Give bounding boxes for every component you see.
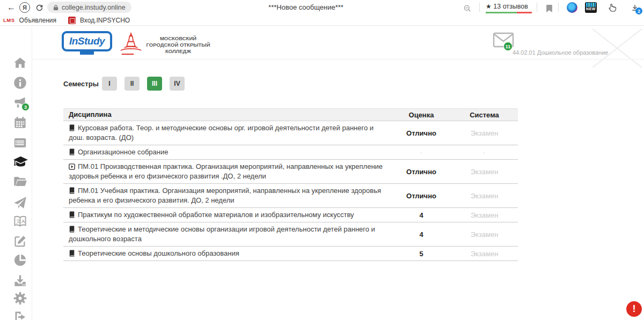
bookmark-announcements[interactable]: Объявления bbox=[19, 17, 56, 24]
new-extension-label: NEW bbox=[585, 7, 597, 11]
back-icon[interactable]: ← bbox=[5, 2, 17, 13]
gear-icon bbox=[13, 291, 27, 306]
home-icon bbox=[13, 56, 27, 70]
table-row[interactable]: Организационное собрание - - bbox=[63, 145, 518, 160]
table-row[interactable]: Теоретические основы дошкольного образов… bbox=[63, 247, 518, 261]
table-row[interactable]: Курсовая работа. Теор. и методические ос… bbox=[63, 121, 518, 145]
table-row[interactable]: ПМ.01 Учебная практика. Организация меро… bbox=[63, 184, 518, 208]
table-header-row: Дисциплина Оценка Система bbox=[63, 108, 518, 121]
semester-3-button[interactable]: III bbox=[147, 77, 162, 91]
sidebar-item-schedule[interactable] bbox=[13, 136, 27, 150]
system-value: Экзамен bbox=[451, 230, 518, 239]
book-icon bbox=[69, 187, 75, 194]
column-discipline: Дисциплина bbox=[63, 110, 392, 120]
book-icon bbox=[69, 124, 75, 131]
sidebar: 3 A文 bbox=[0, 26, 32, 320]
url-text: college.instudy.online bbox=[62, 4, 126, 11]
folder-icon bbox=[13, 174, 27, 189]
bookmark-flag-icon[interactable] bbox=[543, 3, 555, 14]
lms-icon: LMS bbox=[3, 17, 15, 23]
system-value: - bbox=[451, 149, 518, 155]
instudy-monitor-shape: InStudy bbox=[62, 31, 112, 51]
semester-4-button[interactable]: IV bbox=[170, 77, 185, 91]
refresh-icon[interactable] bbox=[33, 2, 45, 13]
table-row[interactable]: Практикум по художественной обработке ма… bbox=[63, 208, 518, 222]
semester-1-button[interactable]: I bbox=[102, 77, 117, 91]
new-extension-art bbox=[586, 3, 596, 7]
extension-circle-icon[interactable] bbox=[567, 2, 577, 13]
mail-button[interactable]: 11 bbox=[493, 32, 516, 50]
graduation-cap-icon bbox=[13, 154, 28, 170]
column-system: Система bbox=[451, 111, 518, 119]
column-grade: Оценка bbox=[392, 111, 451, 119]
exclamation-icon: ! bbox=[633, 303, 636, 315]
lock-icon bbox=[53, 4, 58, 11]
college-tower-icon bbox=[117, 30, 145, 58]
pointer-hand-icon[interactable] bbox=[606, 2, 618, 13]
reviews-star-icon: ★ bbox=[486, 3, 492, 10]
sidebar-item-files[interactable] bbox=[13, 174, 27, 189]
download-badge: 2 bbox=[635, 8, 642, 14]
sidebar-item-grades[interactable] bbox=[13, 154, 27, 169]
system-value: Экзамен bbox=[451, 129, 518, 137]
sidebar-item-home[interactable] bbox=[13, 56, 27, 70]
sidebar-item-settings[interactable] bbox=[13, 291, 27, 306]
discipline-name: Организационное собрание bbox=[78, 148, 168, 156]
info-icon bbox=[13, 76, 27, 90]
reviews-rating-bar bbox=[486, 12, 532, 13]
grade-value: 4 bbox=[392, 211, 451, 219]
grade-value: Отлично bbox=[392, 129, 451, 137]
system-value: Экзамен bbox=[451, 168, 518, 176]
new-extension-icon[interactable]: NEW bbox=[585, 2, 597, 13]
discipline-name: ПМ.01 Производственная практика. Организ… bbox=[69, 162, 383, 180]
svg-text:文: 文 bbox=[16, 219, 21, 224]
book-icon bbox=[69, 250, 75, 257]
system-value: Экзамен bbox=[451, 192, 518, 200]
table-row[interactable]: Теоретические и методические основы орга… bbox=[63, 222, 518, 247]
toolbar-separator bbox=[558, 3, 559, 12]
address-bar[interactable]: college.instudy.online bbox=[47, 2, 131, 13]
list-icon bbox=[13, 136, 27, 150]
bookmarks-bar: LMS Объявления Вход.INPSYCHO bbox=[0, 15, 644, 26]
grade-value: 5 bbox=[392, 250, 451, 258]
download-tray-icon bbox=[13, 273, 27, 288]
semester-2-button[interactable]: II bbox=[125, 77, 140, 91]
book-icon bbox=[69, 211, 75, 218]
sidebar-item-translate[interactable]: A文 bbox=[13, 214, 27, 229]
sidebar-item-info[interactable] bbox=[13, 76, 27, 90]
grade-value: Отлично bbox=[392, 168, 451, 176]
grade-value: 4 bbox=[392, 230, 451, 239]
sidebar-item-announcements[interactable]: 3 bbox=[13, 95, 27, 110]
college-name-line2: ГОРОДСКОЙ ОТКРЫТЫЙ КОЛЛЕДЖ bbox=[142, 42, 215, 55]
alert-button[interactable]: ! bbox=[626, 301, 642, 317]
close-icon[interactable] bbox=[590, 27, 644, 70]
edit-icon bbox=[13, 234, 27, 248]
toolbar-separator bbox=[537, 3, 537, 12]
instudy-logo-text: InStudy bbox=[69, 35, 105, 47]
calendar-icon bbox=[13, 115, 27, 130]
discipline-name: Практикум по художественной обработке ма… bbox=[78, 211, 354, 219]
zoom-out-icon[interactable] bbox=[462, 3, 473, 14]
system-value: Экзамен bbox=[451, 250, 518, 258]
sidebar-item-logout[interactable] bbox=[13, 310, 27, 320]
system-value: Экзамен bbox=[451, 211, 518, 219]
bookmark-inpsycho[interactable]: Вход.INPSYCHO bbox=[80, 17, 130, 24]
reviews-button[interactable]: ★ 13 отзывов bbox=[486, 3, 528, 10]
reviews-label: 13 отзывов bbox=[493, 3, 528, 10]
yandex-icon[interactable]: Я bbox=[19, 2, 30, 13]
translate-icon: A文 bbox=[13, 214, 27, 229]
sidebar-item-calendar[interactable] bbox=[13, 115, 27, 130]
mail-badge: 11 bbox=[503, 42, 513, 51]
sidebar-item-downloads[interactable] bbox=[13, 273, 27, 288]
browser-toolbar: ← Я college.instudy.online ***Новое сооб… bbox=[0, 0, 644, 15]
table-row[interactable]: ПМ.01 Производственная практика. Организ… bbox=[63, 160, 518, 184]
svg-text:A: A bbox=[21, 219, 25, 224]
play-icon bbox=[69, 163, 75, 170]
sidebar-item-statistics[interactable] bbox=[13, 253, 27, 267]
sidebar-item-messages[interactable] bbox=[13, 196, 27, 210]
grade-value: - bbox=[392, 149, 451, 155]
book-icon bbox=[69, 148, 75, 155]
discipline-name: ПМ.01 Учебная практика. Организация меро… bbox=[69, 187, 381, 204]
sidebar-item-edit[interactable] bbox=[13, 234, 27, 248]
instudy-logo[interactable]: InStudy bbox=[62, 31, 112, 57]
